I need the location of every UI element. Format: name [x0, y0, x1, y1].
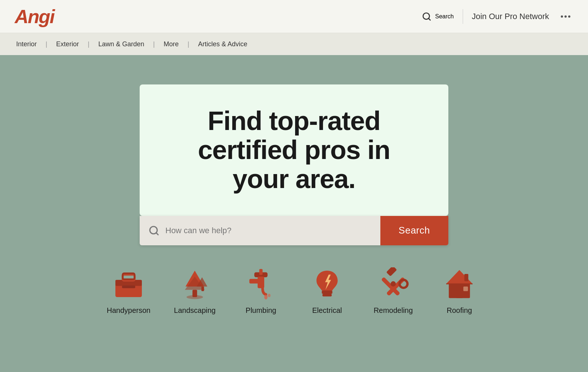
category-label-remodeling: Remodeling [374, 306, 413, 315]
svg-marker-30 [446, 270, 473, 284]
faucet-icon [244, 267, 277, 300]
category-label-plumbing: Plumbing [245, 306, 276, 315]
category-roofing[interactable]: Roofing [437, 267, 481, 315]
category-label-landscaping: Landscaping [174, 306, 215, 315]
svg-rect-18 [250, 279, 263, 283]
category-electrical[interactable]: Electrical [305, 267, 349, 315]
category-label-handyperson: Handyperson [107, 306, 151, 315]
svg-rect-22 [322, 294, 331, 296]
svg-line-1 [429, 18, 430, 20]
svg-point-20 [268, 294, 270, 297]
nav-sep-4: | [187, 40, 189, 48]
category-remodeling[interactable]: Remodeling [371, 267, 415, 315]
header-search-label: Search [435, 13, 454, 20]
main-content: Find top-rated certified pros in your ar… [0, 55, 588, 349]
nav-bar: Interior | Exterior | Lawn & Garden | Mo… [0, 33, 588, 55]
tools-icon [377, 267, 410, 300]
nav-sep-2: | [88, 40, 90, 48]
logo-text: Angi [15, 7, 54, 26]
search-bar: Search [140, 216, 448, 245]
svg-rect-10 [193, 290, 197, 297]
svg-rect-25 [386, 267, 397, 277]
nav-item-lawn[interactable]: Lawn & Garden [97, 40, 146, 48]
svg-rect-7 [122, 285, 135, 288]
nav-item-interior[interactable]: Interior [15, 40, 38, 48]
tree-icon [178, 267, 211, 300]
nav-sep-3: | [153, 40, 155, 48]
search-icon [422, 12, 431, 21]
header-divider [463, 9, 463, 24]
briefcase-icon [112, 267, 145, 300]
more-menu-button[interactable] [558, 12, 573, 21]
header-right: Search Join Our Pro Network [422, 9, 573, 24]
category-label-electrical: Electrical [312, 306, 342, 315]
category-plumbing[interactable]: Plumbing [239, 267, 283, 315]
category-landscaping[interactable]: Landscaping [173, 267, 217, 315]
svg-line-3 [156, 232, 158, 234]
nav-item-exterior[interactable]: Exterior [55, 40, 80, 48]
logo[interactable]: Angi [15, 7, 54, 26]
svg-rect-34 [465, 274, 469, 281]
dot-3 [568, 15, 570, 18]
site-header: Angi Search Join Our Pro Network [0, 0, 588, 33]
category-handyperson[interactable]: Handyperson [107, 267, 151, 315]
nav-item-more[interactable]: More [162, 40, 180, 48]
svg-rect-33 [463, 286, 468, 291]
svg-rect-32 [456, 290, 463, 298]
hero-card: Find top-rated certified pros in your ar… [140, 84, 448, 216]
house-icon [443, 267, 476, 300]
search-button[interactable]: Search [380, 216, 448, 245]
svg-rect-16 [259, 269, 263, 275]
hero-title: Find top-rated certified pros in your ar… [169, 106, 419, 194]
svg-point-28 [391, 281, 396, 286]
categories-row: Handyperson Landscaping [107, 267, 481, 315]
join-pro-link[interactable]: Join Our Pro Network [472, 12, 549, 21]
svg-rect-14 [201, 286, 204, 291]
svg-rect-21 [322, 290, 333, 294]
nav-item-articles[interactable]: Articles & Advice [197, 40, 249, 48]
svg-point-19 [264, 295, 268, 299]
search-input[interactable] [165, 226, 372, 235]
search-input-icon [148, 225, 159, 236]
category-label-roofing: Roofing [447, 306, 472, 315]
nav-sep-1: | [46, 40, 47, 48]
dot-1 [561, 15, 563, 18]
dot-2 [564, 15, 567, 18]
header-search-button[interactable]: Search [422, 12, 454, 21]
bulb-icon [311, 267, 344, 300]
search-input-wrapper [140, 216, 380, 245]
